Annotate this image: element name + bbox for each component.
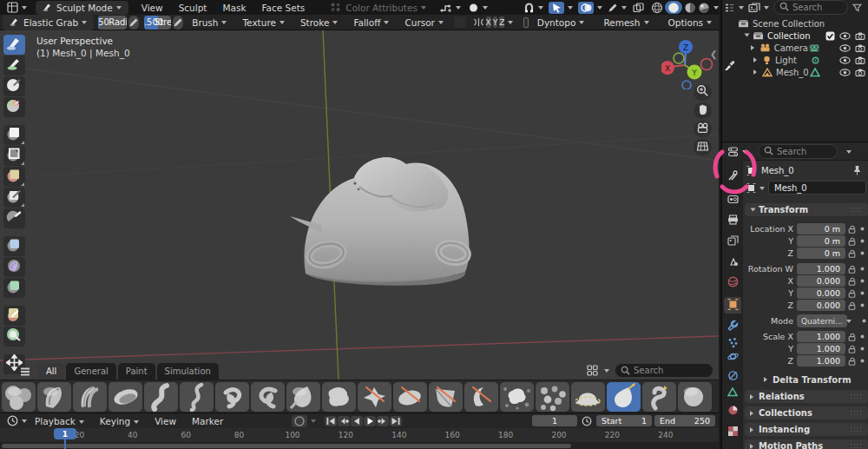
rotation-mode-dropdown[interactable]: Quaterni... bbox=[797, 314, 847, 327]
lock-icon[interactable] bbox=[848, 249, 857, 258]
scene-tab[interactable] bbox=[724, 254, 741, 270]
viewport-3d[interactable]: User Perspective (1) Mesh_0 | Mesh_0 Z X… bbox=[0, 30, 719, 380]
eye-toggle-icon[interactable] bbox=[839, 44, 851, 52]
popover-falloff[interactable]: Falloff bbox=[346, 15, 396, 30]
radius-pressure-icon[interactable] bbox=[128, 16, 139, 30]
navigation-gizmo[interactable]: Z X Y bbox=[661, 37, 713, 89]
brush-asset-splatter[interactable] bbox=[500, 382, 534, 412]
panel-collections[interactable]: Collections:::: bbox=[745, 406, 868, 419]
tool-tab[interactable] bbox=[724, 168, 741, 185]
shelf-tab-paint[interactable]: Paint bbox=[118, 363, 155, 380]
snap-magnet-icon[interactable] bbox=[523, 3, 535, 13]
menu-mask[interactable]: Mask bbox=[214, 3, 253, 13]
timeline-menu-keying[interactable]: Keying bbox=[92, 416, 147, 426]
eye-toggle-icon[interactable] bbox=[839, 56, 851, 64]
value-field[interactable]: 0 m bbox=[797, 223, 845, 234]
transport-prev-keyframe-button[interactable] bbox=[338, 416, 350, 426]
outliner-editor-type-chevron[interactable] bbox=[739, 6, 744, 12]
camera-data-icon[interactable] bbox=[808, 43, 820, 53]
lock-icon[interactable] bbox=[848, 345, 857, 353]
outliner-filter-icon[interactable] bbox=[852, 3, 862, 12]
shading-wireframe-icon[interactable] bbox=[651, 2, 663, 14]
tool-sculpt-brush[interactable] bbox=[3, 35, 25, 55]
outliner-search-input[interactable]: Search bbox=[773, 0, 848, 15]
record-icon[interactable] bbox=[292, 415, 307, 427]
outliner-editor-type-icon[interactable] bbox=[724, 3, 735, 13]
physics-tab[interactable] bbox=[724, 349, 741, 366]
eye-toggle-icon[interactable] bbox=[839, 69, 851, 76]
tool-mask-brush[interactable] bbox=[3, 76, 25, 96]
transport-jump-end-button[interactable] bbox=[390, 416, 402, 426]
constraints-tab[interactable] bbox=[724, 368, 741, 385]
tool-mesh-filter[interactable] bbox=[3, 236, 25, 256]
brush-asset-wedge[interactable] bbox=[429, 382, 463, 412]
panel-instancing[interactable]: Instancing:::: bbox=[745, 423, 868, 436]
popover-brush[interactable]: Brush bbox=[185, 15, 233, 30]
lock-icon[interactable] bbox=[848, 277, 857, 286]
frame-end-field[interactable]: End250 bbox=[654, 415, 715, 426]
menu-face-sets[interactable]: Face Sets bbox=[254, 3, 313, 13]
strength-pressure-icon[interactable] bbox=[173, 16, 183, 30]
tool-cloth-filter[interactable] bbox=[3, 257, 25, 277]
object-id-chevron[interactable] bbox=[760, 187, 765, 193]
brush-asset-twirl[interactable] bbox=[251, 382, 285, 412]
brush-asset-ball[interactable] bbox=[678, 382, 712, 412]
brush-tip-icon[interactable] bbox=[468, 3, 479, 13]
current-frame-field[interactable]: 1 bbox=[532, 415, 577, 426]
animate-dot-icon[interactable] bbox=[859, 250, 865, 256]
editor-type-icon[interactable] bbox=[7, 2, 18, 13]
modifiers-tab[interactable] bbox=[724, 318, 741, 334]
outliner-display-mode-icon[interactable] bbox=[748, 3, 760, 13]
lock-icon[interactable] bbox=[848, 225, 857, 234]
strength-slider[interactable]: Strength0.500 bbox=[144, 16, 171, 30]
tool-color-filter[interactable] bbox=[3, 278, 25, 298]
timeline-editor-type-icon[interactable] bbox=[7, 415, 18, 426]
options-popover[interactable]: Options bbox=[661, 15, 720, 30]
dyntopo-checkbox[interactable] bbox=[523, 17, 528, 28]
catalog-list-icon[interactable] bbox=[19, 366, 31, 377]
lock-icon[interactable] bbox=[848, 301, 857, 310]
outliner-display-chevron[interactable] bbox=[764, 6, 769, 12]
vertex-paint-icon[interactable] bbox=[440, 3, 452, 13]
brush-asset-hook[interactable] bbox=[642, 382, 676, 412]
overlays-icon[interactable] bbox=[578, 2, 594, 14]
transport-next-keyframe-button[interactable] bbox=[377, 416, 389, 426]
animate-dot-icon[interactable] bbox=[859, 358, 865, 364]
shelf-tab-simulation[interactable]: Simulation bbox=[157, 363, 219, 380]
sculpted-mesh-object[interactable] bbox=[286, 135, 495, 291]
disclosure-open-icon[interactable] bbox=[745, 34, 750, 40]
view-layer-tab[interactable] bbox=[724, 233, 741, 249]
value-field[interactable]: 0.000 bbox=[797, 300, 845, 311]
timeline-menu-view[interactable]: View bbox=[147, 416, 184, 426]
region-collapse-arrow[interactable]: ❮ bbox=[710, 50, 717, 59]
brush-asset-spheres[interactable] bbox=[2, 382, 36, 412]
xray-icon[interactable] bbox=[633, 3, 644, 13]
timeline-ruler[interactable]: 204060801001201401601802002202401 bbox=[0, 428, 719, 449]
value-field[interactable]: 0.000 bbox=[797, 287, 845, 299]
symmetry-z-toggle[interactable]: Z bbox=[499, 17, 504, 28]
disclosure-closed-icon[interactable] bbox=[753, 69, 760, 75]
material-tab[interactable] bbox=[724, 403, 741, 419]
brush-asset-teardrop-arrow[interactable] bbox=[607, 382, 641, 412]
shading-material-icon[interactable] bbox=[684, 2, 696, 14]
brush-asset-hat[interactable] bbox=[571, 382, 605, 412]
value-field[interactable]: 0 m bbox=[797, 235, 845, 247]
shelf-tab-general[interactable]: General bbox=[66, 363, 115, 380]
object-tab[interactable] bbox=[724, 297, 741, 314]
tool-mask-by-color[interactable] bbox=[3, 327, 25, 347]
brush-asset-scoop[interactable] bbox=[108, 382, 142, 412]
outliner-row-collection[interactable]: Collection bbox=[722, 30, 868, 42]
transport-jump-start-button[interactable] bbox=[325, 416, 337, 426]
shelf-tab-all[interactable]: All bbox=[38, 363, 64, 380]
animate-dot-icon[interactable] bbox=[859, 238, 865, 244]
remesh-popover[interactable]: Remesh bbox=[596, 15, 655, 30]
outliner-row-light[interactable]: Light bbox=[722, 54, 868, 66]
object-data-tab[interactable] bbox=[724, 384, 741, 400]
disclosure-closed-icon[interactable] bbox=[753, 57, 760, 63]
brush-asset-pebbles[interactable] bbox=[536, 382, 569, 412]
pin-icon[interactable] bbox=[853, 162, 861, 179]
brush-asset-snake[interactable] bbox=[180, 382, 214, 412]
animate-dot-icon[interactable] bbox=[859, 226, 865, 232]
camera-view-button[interactable] bbox=[694, 121, 712, 137]
animate-dot-icon[interactable] bbox=[859, 278, 865, 284]
